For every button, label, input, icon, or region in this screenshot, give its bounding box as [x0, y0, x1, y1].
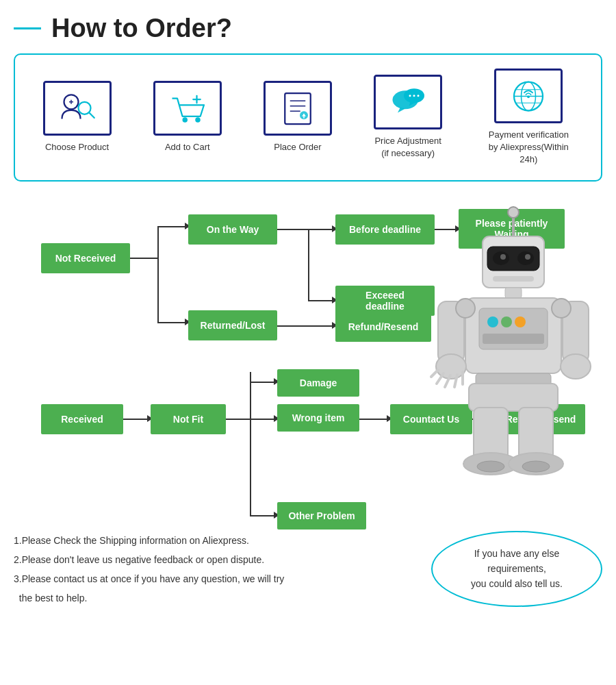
choose-product-label: Choose Product: [45, 141, 109, 153]
notes-section: 1.Please Check the Shipping information …: [14, 531, 602, 608]
svg-point-32: [500, 254, 506, 260]
node-not-received: Not Received: [41, 243, 130, 273]
node-on-the-way: On the Way: [188, 214, 277, 245]
node-not-fit: Not Fit: [151, 404, 226, 434]
notes-text: 1.Please Check the Shipping information …: [14, 531, 418, 608]
price-adjustment-label: Price Adjustment(if necessary): [374, 135, 441, 160]
step-add-to-cart: Add to Cart: [153, 81, 222, 153]
payment-verification-icon-box: [494, 68, 563, 123]
place-order-label: Place Order: [274, 141, 321, 153]
robot-illustration: [424, 202, 602, 503]
node-other-problem: Other Problem: [277, 502, 366, 530]
step-place-order: Place Order: [264, 81, 332, 153]
step-price-adjustment: Price Adjustment(if necessary): [374, 75, 442, 160]
svg-point-33: [525, 254, 530, 260]
node-exceed-deadline: Exceeed deadline: [335, 286, 435, 316]
svg-point-50: [561, 354, 591, 379]
svg-point-38: [487, 316, 498, 327]
step-choose-product: Choose Product: [43, 81, 112, 153]
page-title: How to Order?: [51, 14, 232, 43]
choose-product-icon-box: [43, 81, 112, 136]
bubble-text: If you have any else requirements,you co…: [471, 548, 563, 590]
svg-point-59: [456, 299, 475, 318]
step-payment-verification: Payment verificationby Aliexpress(Within…: [484, 68, 573, 166]
svg-point-60: [552, 299, 571, 318]
note-line-1: 1.Please Check the Shipping information …: [14, 531, 418, 550]
svg-point-6: [195, 117, 201, 123]
svg-point-27: [508, 207, 519, 218]
payment-verification-label: Payment verificationby Aliexpress(Within…: [484, 129, 573, 166]
svg-point-19: [418, 95, 420, 97]
svg-point-58: [522, 461, 550, 472]
svg-point-39: [501, 316, 512, 327]
svg-point-17: [409, 95, 411, 97]
svg-rect-35: [505, 288, 522, 298]
svg-rect-34: [493, 276, 534, 282]
node-damage: Damage: [277, 369, 359, 397]
flowchart-container: Not Received On the Way Before deadline …: [14, 202, 602, 517]
svg-line-44: [431, 370, 438, 377]
svg-rect-9: [285, 93, 311, 124]
svg-point-25: [527, 95, 530, 98]
svg-point-40: [515, 316, 526, 327]
svg-point-55: [477, 461, 504, 472]
requirements-bubble: If you have any else requirements,you co…: [431, 531, 602, 607]
svg-point-5: [182, 117, 188, 123]
title-accent-line: [14, 27, 41, 29]
node-returned-lost: Returned/Lost: [188, 310, 277, 340]
add-to-cart-icon-box: [153, 81, 222, 136]
node-received: Received: [41, 404, 123, 434]
note-line-2: 2.Please don't leave us negative feedbac…: [14, 550, 418, 569]
svg-rect-41: [483, 334, 544, 344]
order-steps-container: Choose Product Add to Cart: [14, 53, 602, 182]
place-order-icon-box: [264, 81, 332, 136]
node-wrong-item: Wrong item: [277, 404, 359, 432]
note-line-3: 3.Please contact us at once if you have …: [14, 569, 418, 608]
price-adjustment-icon-box: [374, 75, 442, 129]
node-refund-resend-1: Refund/Resend: [335, 312, 431, 342]
node-before-deadline: Before deadline: [335, 214, 435, 245]
svg-point-18: [413, 95, 415, 97]
add-to-cart-label: Add to Cart: [165, 141, 210, 153]
svg-line-2: [89, 112, 94, 118]
